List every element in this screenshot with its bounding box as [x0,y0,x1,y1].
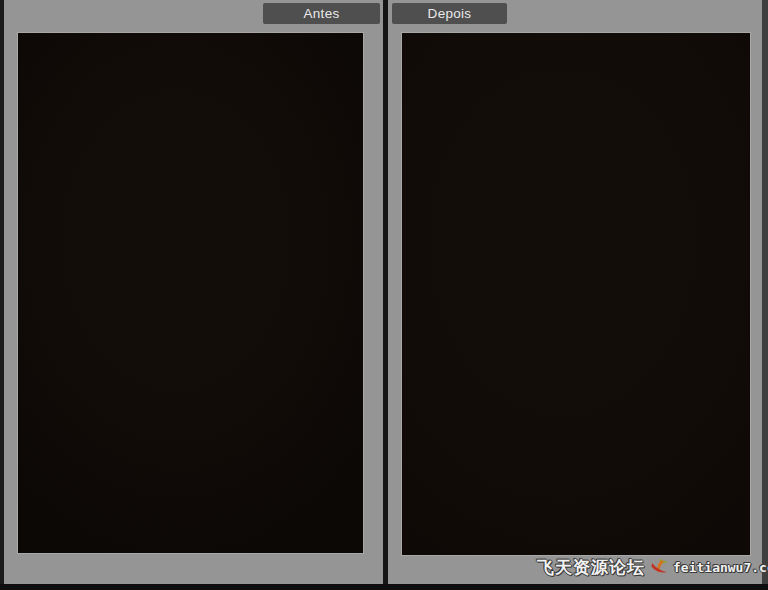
screen-edge-left [0,0,4,590]
watermark-forum-name: 飞天资源论坛 [537,556,645,579]
after-tab[interactable]: Depois [392,3,507,24]
after-photo-image [402,33,750,555]
site-watermark: 飞天资源论坛 feitianwu7.com [537,553,768,581]
watermark-site-url: feitianwu7.com [673,560,768,575]
screen-edge-right [762,0,768,590]
after-photo[interactable] [402,33,750,555]
before-tab[interactable]: Antes [263,3,380,24]
screen-edge-bottom [0,584,768,590]
lightroom-before-after-view: Antes Depois [0,0,768,590]
pane-divider [383,0,388,590]
feitian-swoosh-icon [648,556,670,578]
before-photo-image [18,33,363,553]
before-photo[interactable] [18,33,363,553]
